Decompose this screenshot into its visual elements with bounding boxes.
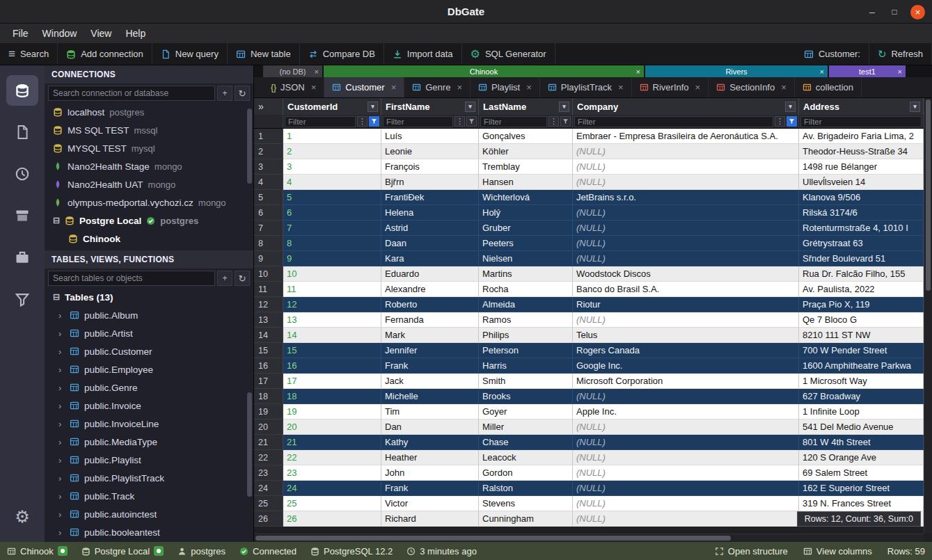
connection-item-postgre-local[interactable]: ⊟Postgre Localpostgres	[45, 211, 253, 230]
row-number[interactable]: 12	[254, 297, 283, 312]
vertical-scroll-thumb[interactable]	[926, 99, 931, 291]
cell-lastname[interactable]: Cunningham	[479, 511, 573, 527]
toolbar-add-connection[interactable]: Add connection	[58, 43, 152, 65]
cell-lastname[interactable]: Stevens	[479, 496, 573, 511]
cell-firstname[interactable]: François	[381, 159, 479, 175]
row-number[interactable]: 21	[254, 435, 283, 450]
cell-address[interactable]: Rotenturmstraße 4, 1010 I	[799, 221, 924, 236]
cell-company[interactable]: (NULL)	[573, 496, 799, 511]
maximize-button[interactable]: □	[888, 6, 901, 18]
filter-funnel-button[interactable]	[369, 116, 379, 127]
cell-company[interactable]: (NULL)	[573, 205, 799, 221]
close-button[interactable]: ×	[910, 5, 925, 19]
close-icon[interactable]: ×	[820, 67, 824, 76]
cell-address[interactable]: 627 Broadway	[799, 389, 924, 404]
cell-lastname[interactable]: Gordon	[479, 465, 573, 481]
cell-address[interactable]: 801 W 4th Street	[799, 435, 924, 450]
cell-firstname[interactable]: Michelle	[381, 389, 479, 404]
connection-item-mysql-test[interactable]: MYSQL TESTmysql	[45, 139, 253, 157]
cell-customerid[interactable]: 22	[283, 450, 381, 465]
table-item-public-playlist[interactable]: ›public.Playlist	[45, 451, 253, 469]
close-icon[interactable]: ×	[526, 82, 532, 93]
grid-vertical-scrollbar[interactable]	[924, 98, 932, 534]
connection-item-nano2health-stage[interactable]: Nano2Health Stagemongo	[45, 157, 253, 175]
cell-company[interactable]: Embraer - Empresa Brasileira de Aeronáut…	[573, 129, 799, 144]
tab-json[interactable]: {}JSON×	[263, 77, 324, 97]
row-number[interactable]: 16	[254, 358, 283, 374]
filter-menu-button[interactable]: ⋮	[548, 116, 559, 127]
rail-item-cell-data[interactable]	[6, 284, 38, 314]
cell-lastname[interactable]: Smith	[479, 374, 573, 389]
row-number[interactable]: 15	[254, 343, 283, 358]
cell-company[interactable]: (NULL)	[573, 251, 799, 266]
cell-customerid[interactable]: 19	[283, 404, 381, 419]
cell-address[interactable]: 8210 111 ST NW	[799, 328, 924, 343]
cell-address[interactable]: 162 E Superior Street	[799, 481, 924, 496]
row-number[interactable]: 11	[254, 282, 283, 297]
filter-input-lastname[interactable]	[480, 116, 547, 127]
toolbar-customer[interactable]: Customer:	[796, 43, 869, 65]
cell-company[interactable]: Google Inc.	[573, 358, 799, 374]
cell-lastname[interactable]: Gonçalves	[479, 129, 573, 144]
cell-company[interactable]: (NULL)	[573, 419, 799, 435]
cell-customerid[interactable]: 11	[283, 282, 381, 297]
cell-address[interactable]: 1600 Amphitheatre Parkwa	[799, 358, 924, 374]
cell-firstname[interactable]: Kathy	[381, 435, 479, 450]
cell-company[interactable]: (NULL)	[573, 144, 799, 159]
cell-firstname[interactable]: Bjřrn	[381, 175, 479, 190]
filter-input-address[interactable]	[800, 116, 922, 127]
column-header-customerid[interactable]: CustomerId▾	[283, 98, 381, 115]
cell-lastname[interactable]: Köhler	[479, 144, 573, 159]
cell-customerid[interactable]: 1	[283, 129, 381, 144]
cell-firstname[interactable]: Alexandre	[381, 282, 479, 297]
cell-firstname[interactable]: Heather	[381, 450, 479, 465]
close-icon[interactable]: ×	[781, 82, 787, 93]
filter-input-company[interactable]	[574, 116, 773, 127]
cell-lastname[interactable]: Rocha	[479, 282, 573, 297]
cell-firstname[interactable]: Dan	[381, 419, 479, 435]
cell-company[interactable]: (NULL)	[573, 312, 799, 328]
tab-group-no-db[interactable]: (no DB)×	[263, 65, 322, 77]
connections-scrollbar[interactable]	[247, 109, 252, 184]
cell-customerid[interactable]: 12	[283, 297, 381, 312]
close-icon[interactable]: ×	[391, 82, 397, 93]
toolbar-refresh[interactable]: ↻Refresh	[869, 43, 932, 65]
cell-customerid[interactable]: 25	[283, 496, 381, 511]
cell-lastname[interactable]: Ralston	[479, 481, 573, 496]
cell-address[interactable]: Av. Paulista, 2022	[799, 282, 924, 297]
cell-customerid[interactable]: 13	[283, 312, 381, 328]
tab-sectioninfo[interactable]: SectionInfo×	[709, 77, 795, 97]
toolbar-new-table[interactable]: New table	[228, 43, 300, 65]
cell-customerid[interactable]: 26	[283, 511, 381, 527]
tab-group-rivers[interactable]: Rivers×	[645, 65, 828, 77]
cell-company[interactable]: (NULL)	[573, 389, 799, 404]
cell-firstname[interactable]: Fernanda	[381, 312, 479, 328]
cell-address[interactable]: 120 S Orange Ave	[799, 450, 924, 465]
cell-lastname[interactable]: Peeters	[479, 236, 573, 251]
filter-menu-button[interactable]: ⋮	[357, 116, 368, 127]
row-number[interactable]: 25	[254, 496, 283, 511]
close-icon[interactable]: ×	[457, 82, 462, 93]
cell-firstname[interactable]: Roberto	[381, 297, 479, 312]
filter-menu-button[interactable]: ⋮	[455, 116, 465, 127]
cell-firstname[interactable]: Frank	[381, 481, 479, 496]
tab-playlisttrack[interactable]: PlaylistTrack×	[540, 77, 632, 97]
cell-firstname[interactable]: Astrid	[381, 221, 479, 236]
connections-plus-button[interactable]: +	[217, 86, 232, 101]
tab-customer[interactable]: Customer×	[324, 77, 404, 97]
cell-customerid[interactable]: 2	[283, 144, 381, 159]
cell-company[interactable]: (NULL)	[573, 175, 799, 190]
close-icon[interactable]: ×	[311, 82, 317, 93]
cell-lastname[interactable]: Goyer	[479, 404, 573, 419]
rail-item-archive[interactable]	[6, 200, 38, 231]
row-number[interactable]: 7	[254, 221, 283, 236]
tables-refresh-button[interactable]: ↻	[235, 271, 250, 286]
menu-item-file[interactable]: File	[6, 25, 35, 42]
column-header-company[interactable]: Company▾	[573, 98, 799, 115]
tables-group-header[interactable]: ⊟Tables (13)	[45, 288, 253, 306]
row-number[interactable]: 23	[254, 465, 283, 481]
cell-customerid[interactable]: 15	[283, 343, 381, 358]
close-icon[interactable]: ×	[315, 67, 319, 76]
cell-company[interactable]: (NULL)	[573, 435, 799, 450]
table-item-public-autoinctest[interactable]: ›public.autoinctest	[45, 505, 253, 523]
